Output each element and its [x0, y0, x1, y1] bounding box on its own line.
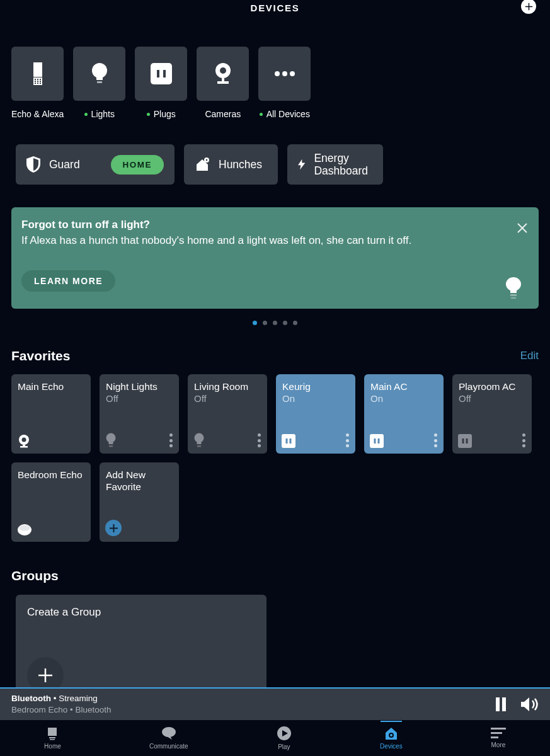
energy-dashboard-card[interactable]: Energy Dashboard	[287, 144, 383, 185]
nav-home[interactable]: Home	[44, 726, 61, 750]
svg-rect-4	[40, 79, 41, 80]
nav-label: Play	[278, 743, 290, 750]
np-via: Bluetooth	[76, 705, 112, 714]
status-dot-icon	[84, 113, 88, 116]
favorite-name: Keurig	[282, 381, 349, 392]
favorite-status: On	[282, 393, 349, 404]
favorite-night-lights[interactable]: Night Lights Off	[100, 374, 179, 454]
plus-icon	[524, 1, 534, 12]
chat-icon	[161, 726, 176, 740]
volume-button[interactable]	[521, 697, 539, 712]
svg-rect-10	[40, 83, 41, 84]
learn-more-button[interactable]: LEARN MORE	[21, 270, 115, 292]
bulb-icon	[505, 277, 522, 300]
hunches-label: Hunches	[219, 158, 262, 171]
plug-on-icon	[370, 434, 384, 448]
hunch-promo-card: Forgot to turn off a light? If Alexa has…	[11, 207, 539, 309]
hunch-body: If Alexa has a hunch that nobody's home …	[21, 234, 529, 247]
favorite-living-room[interactable]: Living Room Off	[188, 374, 267, 454]
nav-label: Devices	[380, 743, 403, 750]
np-state: Streaming	[59, 694, 98, 703]
svg-rect-6	[37, 81, 38, 82]
groups-title: Groups	[11, 568, 59, 583]
favorite-menu-button[interactable]	[522, 433, 525, 447]
svg-rect-44	[374, 438, 376, 444]
category-lights[interactable]: Lights	[73, 47, 125, 119]
bottom-nav: Home Communicate Play Devices More	[0, 720, 550, 756]
groups-header: Groups	[0, 568, 550, 583]
pause-button[interactable]	[495, 697, 507, 711]
carousel-dot[interactable]	[283, 321, 287, 325]
nav-play[interactable]: Play	[277, 726, 292, 750]
close-button[interactable]	[517, 222, 528, 234]
svg-rect-8	[35, 83, 36, 84]
category-echo-alexa[interactable]: Echo & Alexa	[11, 47, 64, 119]
status-dot-icon	[260, 113, 263, 116]
carousel-dot[interactable]	[293, 321, 297, 325]
category-label: Echo & Alexa	[11, 109, 64, 119]
svg-rect-55	[50, 739, 55, 740]
add-favorite-button[interactable]: Add New Favorite	[100, 462, 179, 542]
svg-rect-14	[151, 63, 172, 84]
add-icon-circle	[105, 520, 122, 536]
favorite-name: Bedroom Echo	[18, 469, 84, 481]
plug-off-icon	[458, 434, 472, 448]
favorite-menu-button[interactable]	[258, 433, 261, 447]
now-playing-bar[interactable]: Bluetooth • Streaming Bedroom Echo • Blu…	[0, 687, 550, 720]
nav-devices[interactable]: Devices	[380, 726, 403, 750]
add-device-button[interactable]	[521, 0, 536, 14]
bulb-off-icon	[105, 433, 117, 448]
carousel-dot[interactable]	[273, 321, 277, 325]
carousel-dots[interactable]	[0, 321, 550, 325]
svg-rect-36	[109, 445, 113, 447]
favorite-keurig[interactable]: Keurig On	[276, 374, 355, 454]
svg-rect-35	[109, 442, 113, 444]
svg-rect-3	[37, 79, 38, 80]
svg-rect-0	[33, 62, 42, 77]
carousel-dot[interactable]	[253, 321, 257, 325]
header: DEVICES	[0, 0, 550, 15]
home-icon	[45, 726, 59, 740]
category-tile	[258, 47, 311, 101]
category-plugs[interactable]: Plugs	[135, 47, 187, 119]
favorite-main-echo[interactable]: Main Echo	[11, 374, 91, 454]
edit-favorites-link[interactable]: Edit	[520, 350, 539, 362]
svg-rect-20	[217, 81, 229, 84]
svg-rect-39	[197, 445, 201, 447]
bulb-off-icon	[193, 433, 205, 448]
category-tile	[197, 47, 249, 101]
device-categories: Echo & Alexa Lights Plugs	[0, 15, 550, 119]
category-label: Plugs	[154, 109, 176, 119]
category-tile	[135, 47, 187, 101]
svg-rect-32	[23, 445, 25, 446]
guard-card[interactable]: Guard HOME	[16, 144, 175, 185]
favorite-menu-button[interactable]	[434, 433, 437, 447]
category-all-devices[interactable]: All Devices	[258, 47, 311, 119]
svg-rect-2	[35, 79, 36, 80]
favorite-main-ac[interactable]: Main AC On	[364, 374, 444, 454]
feature-shortcuts: Guard HOME Hunches Energy Dashboard	[0, 119, 550, 185]
hunches-card[interactable]: Hunches	[184, 144, 278, 185]
close-icon	[517, 222, 528, 234]
favorite-bedroom-echo[interactable]: Bedroom Echo	[11, 462, 91, 542]
guard-label: Guard	[49, 158, 80, 171]
favorite-status: Off	[194, 393, 261, 404]
svg-rect-19	[222, 78, 224, 81]
svg-rect-43	[370, 434, 384, 448]
favorite-playroom-ac[interactable]: Playroom AC Off	[452, 374, 532, 454]
nav-more[interactable]: More	[491, 728, 506, 748]
svg-rect-52	[502, 697, 506, 711]
favorite-menu-button[interactable]	[169, 433, 173, 447]
favorite-name: Playroom AC	[459, 381, 525, 392]
more-lines-icon	[491, 728, 506, 739]
nav-communicate[interactable]: Communicate	[149, 726, 188, 750]
category-cameras[interactable]: Cameras	[197, 47, 249, 119]
favorite-name: Add New Favorite	[106, 469, 173, 493]
favorite-menu-button[interactable]	[346, 433, 349, 447]
echo-icon	[31, 62, 45, 85]
svg-point-56	[162, 727, 176, 737]
category-tile	[73, 47, 125, 101]
page-title: DEVICES	[251, 3, 300, 13]
nav-label: Communicate	[149, 743, 188, 750]
carousel-dot[interactable]	[263, 321, 267, 325]
